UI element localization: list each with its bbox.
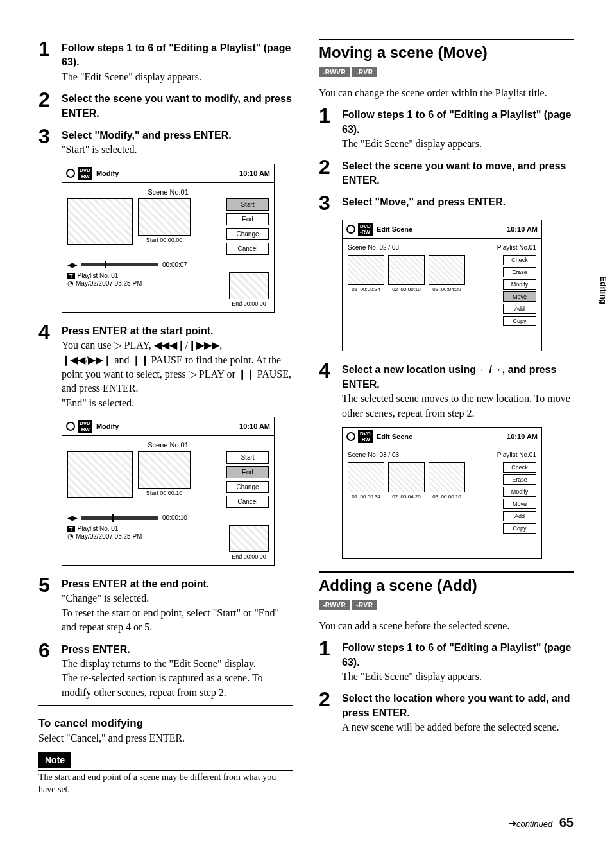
end-thumb-label: End 00:00:00 [229,553,269,560]
timeline-bar [81,263,158,266]
move-step-1-head: Follow steps 1 to 6 of "Editing a Playli… [342,108,574,137]
disc-icon: DVD-RW [78,420,92,433]
add-step-2-text: A new scene will be added before the sel… [342,720,574,734]
preview-thumb [67,198,133,245]
seek-fwd-icon: ❙▶▶▶ [188,340,219,351]
disc-icon: DVD-RW [78,167,92,180]
edit-scene-screen-b: DVD-RW Edit Scene 10:10 AM Scene No. 03 … [342,427,542,559]
move-section-title: Moving a scene (Move) [319,39,574,62]
step-4-text: You can use ▷ PLAY, ◀◀◀❙/❙▶▶▶, ❙◀◀/▶▶❙ a… [62,338,293,410]
title-icon: T [67,526,75,532]
playlist-label: Playlist No.01 [497,451,536,458]
modify-button[interactable]: Modify [503,487,536,497]
step-4-head: Press ENTER at the start point. [62,324,293,338]
thumb[interactable] [348,255,384,285]
screen-clock: 10:10 AM [239,169,270,177]
prev-icon: ❙◀◀ [62,354,85,365]
preview-thumb [67,451,133,498]
add-button[interactable]: Add [503,304,536,314]
step-number: 5 [38,575,62,595]
note-label: Note [38,752,71,768]
move-step-4-text: The selected scene moves to the new loca… [342,392,574,421]
thumb[interactable] [429,462,465,492]
move-step-3-head: Select "Move," and press ENTER. [342,195,574,209]
step-number: 2 [319,689,342,709]
add-step-1-head: Follow steps 1 to 6 of "Editing a Playli… [342,641,574,670]
record-icon [346,432,355,441]
erase-button[interactable]: Erase [503,474,536,485]
screen-clock: 10:10 AM [507,433,538,440]
arrow-right-icon: → [492,364,502,375]
start-thumb-label: Start 00:00:10 [138,490,191,496]
scene-number: Scene No.01 [67,441,269,449]
add-button[interactable]: Add [503,511,536,521]
timeline-bar [81,516,158,520]
disc-icon: DVD-RW [358,430,373,443]
modify-screen-start: DVD-RW Modify 10:10 AM Scene No.01 Start… [62,164,275,313]
thumb[interactable] [429,255,465,285]
erase-button[interactable]: Erase [503,267,536,277]
start-thumb-label: Start 00:00:00 [138,237,191,243]
add-step-1-text: The "Edit Scene" display appears. [342,670,574,684]
step-number: 4 [38,322,62,342]
end-thumb [229,272,269,299]
cancel-text: Select "Cancel," and press ENTER. [38,731,293,745]
end-button[interactable]: End [226,213,269,225]
start-thumb [138,198,191,236]
screen-title: Edit Scene [377,225,412,233]
step-number: 3 [38,126,62,146]
scene-count: Scene No. 02 / 03 [348,244,399,251]
change-button[interactable]: Change [226,228,269,240]
step-number: 2 [319,157,342,177]
end-button[interactable]: End [226,466,269,478]
pause-icon: ❙❙ [132,354,149,365]
modify-screen-end: DVD-RW Modify 10:10 AM Scene No.01 Start… [62,417,275,566]
start-button[interactable]: Start [226,198,269,211]
step-3-text: "Start" is selected. [62,143,293,157]
scene-count: Scene No. 03 / 03 [348,451,399,458]
screen-title: Modify [96,169,119,177]
badge-rwvr: -RWVR [319,67,350,77]
record-icon [66,169,75,178]
record-icon [346,225,355,234]
cancel-button[interactable]: Cancel [226,496,269,508]
thumb[interactable] [348,462,384,492]
end-thumb [229,525,269,552]
step-number: 2 [38,89,62,110]
add-section-title: Adding a scene (Add) [319,571,574,595]
cancel-button[interactable]: Cancel [226,243,269,255]
step-1-head: Follow steps 1 to 6 of "Editing a Playli… [62,41,293,70]
check-button[interactable]: Check [503,462,536,473]
badge-rwvr: -RWVR [319,600,350,610]
move-step-1-text: The "Edit Scene" display appears. [342,137,574,151]
copy-button[interactable]: Copy [503,316,536,326]
date-label: May/02/2007 03:25 PM [67,532,229,541]
playlist-label: Playlist No. 01 [78,525,119,532]
arrow-right-icon: ➜ [508,818,516,829]
right-column: Moving a scene (Move) -RWVR -RVR You can… [319,39,574,796]
speaker-icon: ◀▶ [67,261,78,268]
screen-clock: 10:10 AM [239,422,270,430]
move-button[interactable]: Move [503,499,536,509]
start-button[interactable]: Start [226,451,269,464]
step-6-text: The display returns to the "Edit Scene" … [62,657,293,700]
screen-clock: 10:10 AM [507,225,538,233]
thumb[interactable] [388,255,425,285]
next-icon: ▶▶❙ [88,354,112,365]
thumb[interactable] [388,462,425,492]
badge-rvr: -RVR [352,67,377,77]
page-footer: ➜continued 65 [0,815,612,843]
move-step-2-head: Select the scene you want to move, and p… [342,159,574,188]
modify-button[interactable]: Modify [503,279,536,290]
add-step-2-head: Select the location where you want to ad… [342,691,574,720]
change-button[interactable]: Change [226,481,269,493]
copy-button[interactable]: Copy [503,523,536,534]
timeline-time: 00:00:07 [162,261,187,268]
date-label: May/02/2007 03:25 PM [67,279,229,288]
check-button[interactable]: Check [503,255,536,265]
move-button[interactable]: Move [503,291,536,302]
disc-icon: DVD-RW [358,223,373,236]
start-thumb [138,451,191,489]
continued-label: continued [516,819,552,829]
seek-back-icon: ◀◀◀❙ [154,340,185,351]
